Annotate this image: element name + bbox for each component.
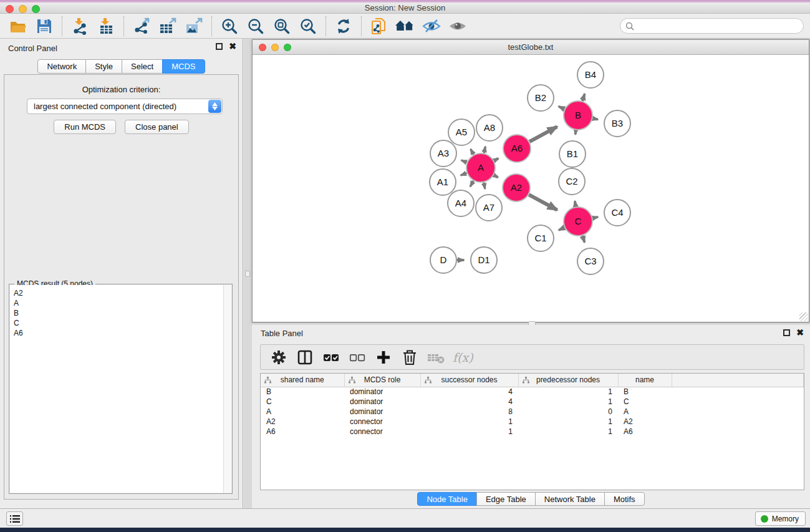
network-canvas[interactable]: B4B2BB3B1A5A8A3A6AA1C2A2A4A7C4CC1C3DD1 <box>253 55 809 322</box>
edge-A-A2[interactable] <box>494 175 498 178</box>
table-cell[interactable]: 1 <box>420 417 518 427</box>
tab-select[interactable]: Select <box>122 59 163 74</box>
edge-B-B2[interactable] <box>559 106 564 109</box>
zoom-selected-button[interactable] <box>295 16 321 37</box>
edge-C-C1[interactable] <box>559 228 564 230</box>
table-row[interactable]: Bdominator41B <box>261 387 804 397</box>
table-cell[interactable]: A2 <box>261 417 344 427</box>
result-list-item[interactable]: A6 <box>10 328 231 338</box>
edge-A-A8[interactable] <box>484 147 485 153</box>
save-session-button[interactable] <box>31 16 57 37</box>
table-cell[interactable]: B <box>618 387 672 397</box>
edge-A-A7[interactable] <box>484 183 485 189</box>
export-table-button[interactable] <box>155 16 181 37</box>
task-history-button[interactable] <box>6 511 23 526</box>
table-cell[interactable]: A6 <box>618 427 672 437</box>
zoom-in-button[interactable] <box>216 16 243 37</box>
tab-node-table[interactable]: Node Table <box>417 492 477 506</box>
column-header-shared-name[interactable]: shared name <box>261 374 344 387</box>
delete-column-button[interactable] <box>399 347 420 367</box>
close-panel-button[interactable]: Close panel <box>125 120 189 134</box>
float-panel-icon[interactable] <box>216 43 223 50</box>
edge-A-A4[interactable] <box>470 181 473 186</box>
table-cell[interactable]: A2 <box>618 417 672 427</box>
import-network-button[interactable] <box>67 16 93 37</box>
edge-B-B1[interactable] <box>576 130 576 135</box>
home-layout-button[interactable] <box>392 16 418 37</box>
table-cell[interactable]: connector <box>344 417 420 427</box>
table-cell[interactable]: C <box>618 397 672 407</box>
table-cell[interactable]: 8 <box>420 407 518 417</box>
column-header-successor-nodes[interactable]: successor nodes <box>420 374 518 387</box>
table-row[interactable]: A2connector11A2 <box>261 417 804 427</box>
table-settings-button[interactable] <box>268 347 289 367</box>
export-image-button[interactable] <box>181 16 207 37</box>
column-header-MCDS-role[interactable]: MCDS role <box>344 374 420 387</box>
open-file-button[interactable] <box>5 16 31 37</box>
table-cell[interactable]: dominator <box>344 407 420 417</box>
table-row[interactable]: A6connector11A6 <box>261 427 804 437</box>
node-table[interactable]: shared nameMCDS rolesuccessor nodesprede… <box>260 373 804 490</box>
table-cell[interactable]: 1 <box>518 417 618 427</box>
show-all-button[interactable] <box>445 16 471 37</box>
select-all-button[interactable] <box>321 347 342 367</box>
edge-A-A3[interactable] <box>461 160 467 162</box>
network-window-titlebar[interactable]: testGlobe.txt <box>253 40 809 55</box>
tab-network-table[interactable]: Network Table <box>535 492 605 506</box>
delete-table-button[interactable] <box>425 347 446 367</box>
result-list-item[interactable]: B <box>10 308 231 318</box>
result-list-item[interactable]: A2 <box>10 288 231 298</box>
edge-A2-C[interactable] <box>529 195 557 210</box>
table-cell[interactable]: 4 <box>420 387 518 397</box>
edge-C-C2[interactable] <box>575 201 576 206</box>
table-cell[interactable]: B <box>261 387 344 397</box>
export-network-button[interactable] <box>128 16 155 37</box>
close-panel-icon[interactable]: ✖ <box>796 329 804 336</box>
network-document-button[interactable] <box>366 16 392 37</box>
table-cell[interactable]: 1 <box>518 387 618 397</box>
table-row[interactable]: Adominator80A <box>261 407 804 417</box>
close-panel-icon[interactable]: ✖ <box>229 43 236 50</box>
table-cell[interactable]: C <box>261 397 344 407</box>
table-cell[interactable]: 0 <box>518 407 618 417</box>
column-header-predecessor-nodes[interactable]: predecessor nodes <box>518 374 618 387</box>
hide-unselected-button[interactable] <box>418 16 445 37</box>
edge-C-C3[interactable] <box>582 236 584 243</box>
zoom-fit-button[interactable] <box>269 16 295 37</box>
add-column-button[interactable] <box>373 347 394 367</box>
table-cell[interactable]: A <box>618 407 672 417</box>
float-panel-icon[interactable] <box>783 329 790 336</box>
edge-C-C4[interactable] <box>592 217 598 218</box>
divider-grip[interactable] <box>245 271 250 277</box>
result-list-item[interactable]: A <box>10 298 231 308</box>
table-cell[interactable]: dominator <box>344 387 420 397</box>
run-mcds-button[interactable]: Run MCDS <box>54 120 116 134</box>
table-cell[interactable]: 1 <box>518 397 618 407</box>
table-cell[interactable]: A <box>261 407 344 417</box>
split-view-button[interactable] <box>294 347 316 367</box>
refresh-button[interactable] <box>330 16 357 37</box>
edge-A-A6[interactable] <box>494 158 498 161</box>
panel-split-divider[interactable] <box>244 39 252 508</box>
tab-mcds[interactable]: MCDS <box>162 59 205 74</box>
tab-network[interactable]: Network <box>37 59 86 74</box>
window-resize-grip[interactable] <box>799 312 808 321</box>
column-header-name[interactable]: name <box>618 374 672 387</box>
optimization-criterion-select[interactable]: largest connected component (directed) <box>27 99 223 114</box>
tab-edge-table[interactable]: Edge Table <box>476 492 536 506</box>
edge-A-A5[interactable] <box>471 149 474 155</box>
table-cell[interactable]: 1 <box>518 427 618 437</box>
deselect-all-button[interactable] <box>347 347 368 367</box>
zoom-out-button[interactable] <box>243 16 269 37</box>
edge-A-A1[interactable] <box>461 173 467 175</box>
import-table-button[interactable] <box>93 16 119 37</box>
network-graph[interactable]: B4B2BB3B1A5A8A3A6AA1C2A2A4A7C4CC1C3DD1 <box>253 55 809 322</box>
tab-style[interactable]: Style <box>85 59 122 74</box>
edge-B-B4[interactable] <box>582 94 585 101</box>
function-builder-button[interactable]: f(x) <box>451 351 473 364</box>
edge-A6-B[interactable] <box>529 127 557 142</box>
memory-button[interactable]: Memory <box>755 511 806 526</box>
table-cell[interactable]: dominator <box>344 397 420 407</box>
table-cell[interactable]: 1 <box>420 427 518 437</box>
tab-motifs[interactable]: Motifs <box>604 492 645 506</box>
